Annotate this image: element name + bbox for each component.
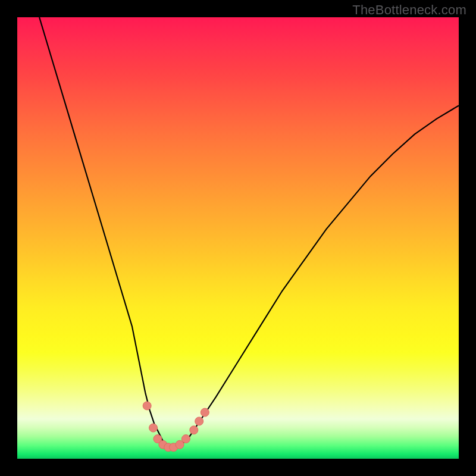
curve-marker (181, 435, 190, 443)
bottleneck-curve (39, 17, 459, 447)
watermark-text: TheBottleneck.com (352, 2, 466, 18)
curve-marker (195, 417, 203, 425)
curve-marker (190, 426, 198, 434)
curve-marker (149, 424, 158, 432)
curve-layer (17, 17, 459, 459)
plot-area (17, 17, 459, 459)
curve-marker (143, 402, 151, 410)
curve-markers (143, 402, 209, 452)
curve-path (39, 17, 459, 447)
chart-frame: TheBottleneck.com (0, 0, 476, 476)
curve-marker (201, 408, 209, 416)
